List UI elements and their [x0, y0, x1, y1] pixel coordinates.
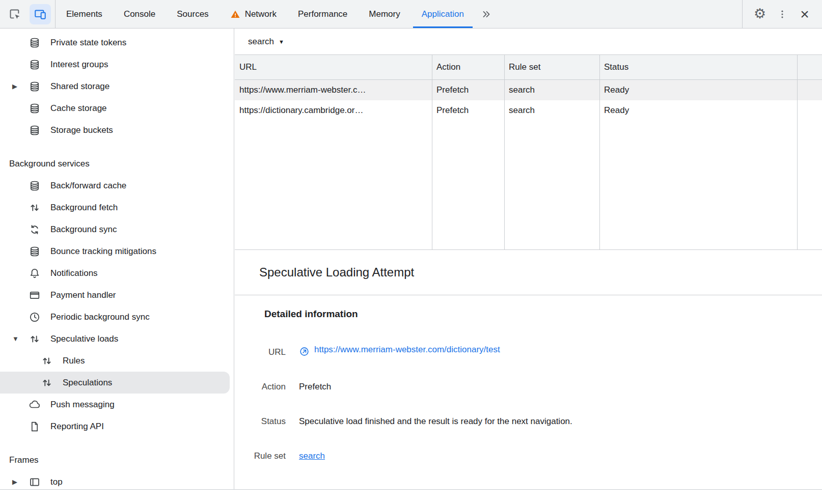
sidebar-item-speculations[interactable]: Speculations — [0, 372, 230, 394]
customize-devtools-button[interactable] — [772, 4, 792, 24]
speculations-panel: search ▼ URL Action Rule set Status http… — [235, 29, 822, 489]
double-chevron-right-icon — [481, 9, 492, 20]
ruleset-filter-dropdown[interactable]: search — [248, 37, 274, 47]
dropdown-arrow-icon[interactable]: ▼ — [279, 39, 284, 45]
inspect-cursor-icon — [8, 8, 21, 21]
status-value: Speculative load finished and the result… — [299, 416, 572, 427]
detail-row-action: Action Prefetch — [235, 382, 822, 392]
database-icon — [29, 80, 41, 93]
frame-icon — [29, 476, 41, 488]
toolbar-right-group: ⚙ × — [742, 0, 822, 28]
open-url-icon[interactable] — [299, 346, 310, 357]
rule-set-link[interactable]: search — [299, 451, 325, 461]
detail-row-url: URL https://www.merriam-webster.com/dict… — [235, 344, 822, 357]
up-down-arrows-icon — [29, 333, 41, 345]
settings-button[interactable]: ⚙ — [750, 4, 770, 24]
tab-network[interactable]: Network — [220, 0, 287, 28]
attempt-url-link[interactable]: https://www.merriam-webster.com/dictiona… — [314, 345, 500, 355]
tab-console[interactable]: Console — [113, 0, 166, 28]
section-background-services: Background services — [0, 153, 234, 175]
table-row[interactable]: https://www.merriam-webster.c… Prefetch … — [235, 80, 822, 100]
column-header-status[interactable]: Status — [599, 62, 822, 72]
sidebar-item-background-fetch[interactable]: Background fetch — [0, 197, 230, 218]
inspect-element-button[interactable] — [4, 4, 25, 24]
tab-elements[interactable]: Elements — [56, 0, 113, 28]
database-icon — [29, 37, 41, 49]
sidebar-item-payment-handler[interactable]: Payment handler — [0, 284, 230, 306]
database-icon — [29, 245, 41, 258]
devtools-toolbar: Elements Console Sources Network Perform… — [0, 0, 822, 29]
tab-performance[interactable]: Performance — [287, 0, 358, 28]
table-row[interactable]: https://dictionary.cambridge.or… Prefetc… — [235, 100, 822, 121]
bell-icon — [29, 267, 41, 279]
detail-row-status: Status Speculative load finished and the… — [235, 416, 822, 427]
column-header-rule-set[interactable]: Rule set — [504, 62, 599, 72]
expand-arrow-icon[interactable]: ▶ — [12, 82, 17, 90]
database-icon — [29, 102, 41, 115]
ruleset-filter-bar: search ▼ — [235, 29, 822, 54]
tab-memory[interactable]: Memory — [358, 0, 410, 28]
collapse-arrow-icon[interactable]: ▼ — [12, 335, 19, 343]
sidebar-item-periodic-background-sync[interactable]: Periodic background sync — [0, 306, 230, 328]
column-divider[interactable] — [599, 55, 600, 249]
application-sidebar: Private state tokens Interest groups ▶ S… — [0, 29, 234, 489]
up-down-arrows-icon — [41, 355, 53, 367]
sidebar-item-background-sync[interactable]: Background sync — [0, 218, 230, 240]
expand-arrow-icon[interactable]: ▶ — [12, 478, 17, 486]
document-icon — [29, 421, 41, 433]
device-toolbar-icon — [34, 8, 47, 21]
attempt-section-title: Speculative Loading Attempt — [235, 250, 822, 295]
column-header-action[interactable]: Action — [432, 62, 504, 72]
column-divider[interactable] — [432, 55, 432, 249]
rule-set-label: Rule set — [243, 451, 286, 461]
action-value: Prefetch — [299, 382, 331, 392]
three-dots-icon — [777, 9, 788, 20]
column-divider[interactable] — [797, 55, 798, 249]
table-header-row: URL Action Rule set Status — [235, 55, 822, 80]
clock-icon — [29, 311, 41, 323]
sidebar-item-notifications[interactable]: Notifications — [0, 262, 230, 284]
attempt-details: Detailed information URL https://www.mer… — [235, 295, 822, 461]
speculations-table: URL Action Rule set Status https://www.m… — [235, 54, 822, 250]
sync-arrows-icon — [29, 223, 41, 236]
action-label: Action — [243, 382, 286, 392]
panel-tabs: Elements Console Sources Network Perform… — [56, 0, 475, 28]
sidebar-item-private-state-tokens[interactable]: Private state tokens — [0, 32, 230, 53]
column-header-url[interactable]: URL — [235, 62, 432, 72]
warning-triangle-icon — [230, 9, 240, 19]
sidebar-item-rules[interactable]: Rules — [0, 350, 230, 372]
sidebar-item-back-forward-cache[interactable]: Back/forward cache — [0, 175, 230, 197]
toolbar-left-group — [0, 0, 55, 28]
sidebar-item-reporting-api[interactable]: Reporting API — [0, 415, 230, 437]
sidebar-item-top-frame[interactable]: ▶ top — [0, 471, 230, 489]
database-icon — [29, 124, 41, 136]
gear-icon: ⚙ — [754, 7, 766, 21]
sidebar-item-interest-groups[interactable]: Interest groups — [0, 53, 230, 75]
column-divider[interactable] — [504, 55, 505, 249]
close-icon: × — [800, 7, 809, 22]
status-label: Status — [243, 416, 286, 427]
details-heading: Detailed information — [264, 309, 822, 320]
toolbar-separator — [742, 0, 743, 28]
sidebar-item-speculative-loads[interactable]: ▼ Speculative loads — [0, 328, 230, 350]
url-label: URL — [243, 347, 286, 357]
close-devtools-button[interactable]: × — [794, 4, 815, 24]
section-frames: Frames — [0, 449, 234, 471]
up-down-arrows-icon — [41, 377, 53, 389]
up-down-arrows-icon — [29, 202, 41, 214]
sidebar-item-push-messaging[interactable]: Push messaging — [0, 394, 230, 415]
payment-card-icon — [29, 289, 41, 301]
database-icon — [29, 59, 41, 71]
more-tabs-button[interactable] — [475, 0, 498, 28]
sidebar-item-bounce-tracking-mitigations[interactable]: Bounce tracking mitigations — [0, 240, 230, 262]
sidebar-item-shared-storage[interactable]: ▶ Shared storage — [0, 75, 230, 97]
database-icon — [29, 180, 41, 192]
toggle-device-toolbar-button[interactable] — [30, 4, 51, 24]
sidebar-item-storage-buckets[interactable]: Storage buckets — [0, 119, 230, 141]
sidebar-item-cache-storage[interactable]: Cache storage — [0, 97, 230, 119]
cloud-icon — [29, 399, 41, 411]
tab-sources[interactable]: Sources — [166, 0, 219, 28]
tab-application[interactable]: Application — [411, 0, 475, 28]
bottom-edge — [0, 489, 822, 504]
detail-row-rule-set: Rule set search — [235, 451, 822, 461]
